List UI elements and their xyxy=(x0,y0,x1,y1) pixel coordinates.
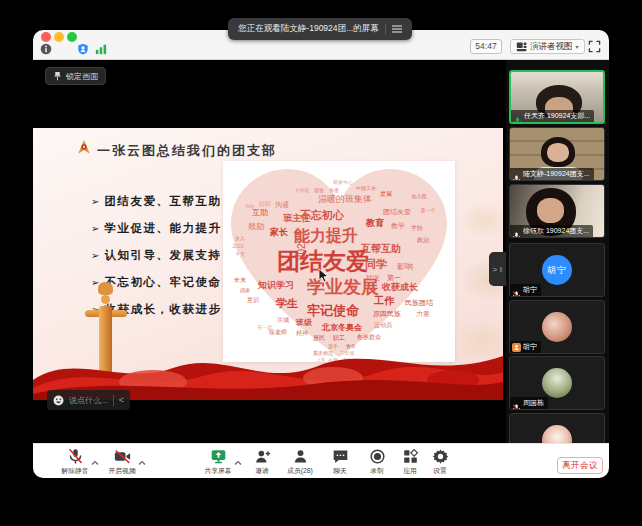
participant-name: 陆文静-190924团支... xyxy=(523,169,590,179)
cloud-word: 研发中心 xyxy=(333,180,353,185)
cloud-word: 社区 xyxy=(366,274,380,281)
participant-tile[interactable]: 周国栋 xyxy=(509,356,605,410)
settings-icon xyxy=(432,448,449,465)
cloud-word: 知识学习 xyxy=(258,281,294,290)
connection-signal-icon xyxy=(95,43,107,55)
cloud-word: 教学 xyxy=(391,222,405,229)
cloud-word: 班主任 xyxy=(284,214,311,223)
mouse-cursor xyxy=(318,268,329,283)
hamburger-menu-icon[interactable] xyxy=(392,25,402,33)
cloud-word: 是一个 xyxy=(421,208,436,213)
chat-icon xyxy=(332,448,349,465)
participant-name: 胡宁 xyxy=(523,342,537,352)
pin-view-label: 锁定画面 xyxy=(66,71,98,82)
invite-icon xyxy=(254,448,271,465)
cloud-word: 幼儿园 xyxy=(412,194,427,199)
participants-sidebar: 任天齐 190924支部...陆文静-190924团支...徐钰欣 190924… xyxy=(506,60,609,443)
cloud-word: 大家庭 xyxy=(295,188,310,193)
cloud-word: 十天 xyxy=(235,252,245,257)
zoom-window: 54:47 演讲者视图 ▾ 锁定画面 一张云图总结我们的团支部 xyxy=(33,30,609,478)
participant-name-bar: 徐钰欣 190924团支... xyxy=(510,225,593,237)
cloud-word: 温暖的班集体 xyxy=(318,195,372,204)
cloud-word: 影响 xyxy=(397,263,413,271)
cloud-word: 发展 xyxy=(380,191,392,197)
fullscreen-icon[interactable] xyxy=(588,40,601,53)
cloud-word: 家长 xyxy=(270,228,288,237)
cloud-word: 女儿 xyxy=(235,236,245,241)
meeting-toolbar: 解除静音开启视频共享屏幕邀请成员(28)聊天录制应用设置 离开会议 xyxy=(33,443,609,478)
cloud-word: http xyxy=(246,204,254,209)
cloud-word: 第一 xyxy=(387,274,401,281)
view-mode-button[interactable]: 演讲者视图 ▾ xyxy=(510,39,585,54)
cloud-word: 宿舍 xyxy=(314,188,324,193)
quick-chat-bar[interactable]: 说点什么... < xyxy=(47,390,130,410)
participant-name-bar: 周国栋 xyxy=(510,397,548,409)
view-mode-label: 演讲者视图 xyxy=(530,41,573,53)
cloud-word: 收获成长 xyxy=(382,283,418,292)
participant-name: 胡宁 xyxy=(523,285,537,295)
close-window-button[interactable] xyxy=(41,32,51,42)
cloud-word: 感谢 xyxy=(240,288,250,293)
share-tab-pill[interactable]: 您正在观看陆文静-190924团...的屏幕 xyxy=(228,18,412,40)
cloud-word: 互帮互助 xyxy=(361,244,401,254)
cloud-word: 未来 xyxy=(234,277,246,283)
participant-tile[interactable]: 任天齐 190924支部... xyxy=(509,70,605,124)
pin-view-button[interactable]: 锁定画面 xyxy=(45,67,106,85)
shared-screen-area: 锁定画面 一张云图总结我们的团支部 ➢团结友爱、互帮互助➢学业促进、能力提升➢认… xyxy=(33,60,506,443)
cloud-word: 中国工会 xyxy=(356,186,376,191)
chat-input-placeholder[interactable]: 说点什么... xyxy=(69,395,108,406)
minimize-window-button[interactable] xyxy=(54,32,64,42)
zoom-window-button[interactable] xyxy=(67,32,77,42)
divider xyxy=(385,24,386,35)
record-icon xyxy=(369,448,386,465)
toolbar-settings-button[interactable]: 设置 xyxy=(418,448,462,476)
divider xyxy=(113,395,114,406)
cloud-word: 好好 xyxy=(259,201,271,207)
avatar xyxy=(542,425,572,443)
participant-name-bar: 任天齐 190924支部... xyxy=(511,110,594,122)
participant-tile[interactable]: 胡宁胡宁 xyxy=(509,243,605,297)
participant-name: 任天齐 190924支部... xyxy=(524,111,590,121)
participant-name: 周国栋 xyxy=(523,398,544,408)
participant-name-bar: 胡宁 xyxy=(510,284,541,296)
mic-icon xyxy=(67,448,84,465)
slide-emblem-icon xyxy=(75,139,93,157)
avatar xyxy=(542,368,572,398)
guest-badge-icon xyxy=(512,343,521,352)
bullet-arrow-icon: ➢ xyxy=(91,250,99,261)
avatar xyxy=(542,312,572,342)
share-tab-title: 您正在观看陆文静-190924团...的屏幕 xyxy=(238,23,378,35)
cloud-word: 意识 xyxy=(247,297,259,303)
meeting-timer: 54:47 xyxy=(470,39,502,54)
emoji-icon[interactable] xyxy=(53,395,64,406)
sidebar-collapse-handle[interactable]: > ‖ xyxy=(489,252,506,286)
avatar: 胡宁 xyxy=(542,255,572,285)
cloud-word: 工作 xyxy=(374,296,394,306)
mic-status-icon xyxy=(512,399,521,408)
cloud-word: 牢记使命 xyxy=(307,304,359,317)
leave-meeting-button[interactable]: 离开会议 xyxy=(557,457,603,474)
participant-tile[interactable] xyxy=(509,413,605,443)
cloud-word: 2020 xyxy=(232,244,243,249)
participant-tile[interactable]: 陆文静-190924团支... xyxy=(509,127,605,181)
cloud-word: 2022 xyxy=(297,238,307,260)
mic-status-icon xyxy=(512,286,521,295)
share-icon xyxy=(210,448,227,465)
participant-tile[interactable]: 徐钰欣 190924团支... xyxy=(509,184,605,238)
presentation-slide: 一张云图总结我们的团支部 ➢团结友爱、互帮互助➢学业促进、能力提升➢认知引导、发… xyxy=(33,128,503,400)
participant-name-bar: 胡宁 xyxy=(510,341,541,353)
slide-title: 一张云图总结我们的团支部 xyxy=(97,142,277,160)
chevron-up-icon[interactable] xyxy=(138,453,146,461)
security-shield-icon[interactable] xyxy=(77,43,89,55)
red-ribbon-decoration xyxy=(33,322,503,400)
chevron-down-icon: ▾ xyxy=(576,43,579,50)
chevron-left-icon[interactable]: < xyxy=(119,396,124,405)
chevron-up-icon[interactable] xyxy=(91,453,99,461)
toolbar-participants-button[interactable]: 成员(28) xyxy=(278,448,322,476)
cloud-word: 团结友爱 xyxy=(383,208,411,215)
participant-tile[interactable]: 胡宁 xyxy=(509,300,605,354)
meeting-info-icon[interactable] xyxy=(40,43,52,55)
cloud-word: 政治 xyxy=(417,237,429,243)
cloud-word: 互助 xyxy=(252,209,268,217)
apps-icon xyxy=(402,448,419,465)
